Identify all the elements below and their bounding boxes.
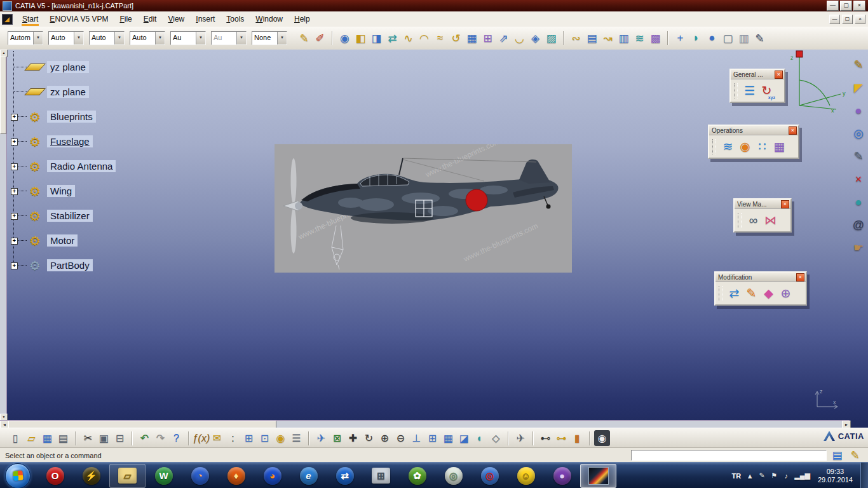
dropdown-arrow-icon[interactable]: ▼ (196, 32, 205, 44)
compass-handle[interactable] (796, 51, 803, 57)
mdi-minimize-button[interactable]: — (829, 15, 840, 24)
scrollbar-thumb[interactable] (8, 421, 276, 428)
delete-icon[interactable]: × (851, 172, 866, 187)
close-icon[interactable]: × (781, 200, 789, 208)
glasses-icon[interactable]: ∞ (745, 212, 762, 229)
close-icon[interactable]: × (775, 71, 783, 79)
tree-item-label[interactable]: PartBody (47, 259, 93, 271)
style-pen-icon[interactable]: ✎ (296, 30, 312, 46)
scrollbar-thumb[interactable] (0, 57, 6, 134)
start-button[interactable] (5, 463, 31, 488)
clock[interactable]: 09:33 29.07.2014 (815, 468, 855, 484)
show-desktop-button[interactable] (860, 463, 868, 488)
design-table-icon[interactable]: ⊞ (241, 430, 257, 446)
combo-auto-5[interactable]: Au▼ (170, 31, 206, 45)
iso-plane-icon[interactable]: ✈ (513, 430, 529, 446)
expand-toggle[interactable]: + (11, 262, 18, 269)
palette-title-bar[interactable]: General ... × (731, 70, 784, 79)
menu-item-enovia-v5-vpm[interactable]: ENOVIA V5 VPM (44, 13, 114, 26)
sweep-surface-icon[interactable]: ∾ (568, 30, 584, 46)
arc-icon[interactable]: ◠ (416, 30, 432, 46)
flag-icon[interactable]: ⚑ (770, 471, 778, 481)
dropdown-arrow-icon[interactable]: ▼ (236, 32, 246, 44)
3d-compass[interactable]: z y x (780, 50, 850, 113)
wordpress-icon[interactable]: W (146, 464, 182, 488)
toolbar-grip[interactable] (719, 286, 722, 301)
powercopy-icon[interactable]: @ (851, 217, 866, 233)
healing-icon[interactable]: ◉ (736, 138, 754, 155)
combo-auto-4[interactable]: Auto▼ (130, 31, 165, 45)
pan-icon[interactable]: ✚ (345, 430, 361, 446)
multi-view-icon[interactable]: ⊞ (424, 430, 440, 446)
revolve-surface-icon[interactable]: ◉ (337, 30, 353, 46)
helix-icon[interactable]: ↺ (448, 30, 464, 46)
scroll-right-arrow[interactable]: ▶ (842, 421, 851, 428)
annotation-icon[interactable]: ✉ (209, 430, 225, 446)
dropdown-arrow-icon[interactable]: ▼ (277, 32, 287, 44)
named-views-icon[interactable]: ⋈ (762, 212, 779, 229)
formula-icon[interactable]: ƒ(x) (193, 430, 209, 446)
normal-view-icon[interactable]: ⊥ (409, 430, 424, 446)
combo-auto-3[interactable]: Auto▼ (89, 31, 125, 45)
blend-curve-icon[interactable]: ◡ (512, 30, 527, 46)
ie-icon[interactable]: e (290, 464, 327, 488)
close-icon[interactable]: × (789, 126, 797, 135)
combo-auto-1[interactable]: Autom▼ (8, 31, 43, 45)
tree-item-label[interactable]: zx plane (47, 86, 89, 98)
network-icon[interactable]: ▂▄▆ (794, 471, 810, 481)
close-button[interactable]: × (853, 1, 865, 11)
save-icon[interactable]: ▦ (39, 430, 55, 446)
curve-icon[interactable]: ∿ (400, 30, 416, 46)
cd-burner-icon[interactable]: ◎ (435, 464, 471, 488)
rotate-icon[interactable]: ↻ (361, 430, 377, 446)
toolbar-grip[interactable] (738, 213, 742, 228)
shade-patch-icon[interactable]: ▩ (648, 30, 663, 46)
extrude-surface-icon[interactable]: ◧ (353, 30, 369, 46)
mdi-close-button[interactable]: × (855, 15, 865, 24)
lock-icon[interactable]: ◉ (273, 430, 288, 446)
flash-icon[interactable]: ⚡ (73, 464, 109, 488)
new-document-icon[interactable]: ▯ (8, 430, 24, 446)
offset-surface-icon[interactable]: ◨ (369, 30, 384, 46)
tree-item-label[interactable]: Wing (47, 185, 75, 197)
sphere-purple-icon[interactable]: ● (851, 103, 866, 118)
tree-item-label[interactable]: Radio Antenna (47, 160, 116, 172)
dropdown-arrow-icon[interactable]: ▼ (74, 32, 83, 44)
circle-target-icon[interactable]: ◎ (851, 126, 866, 141)
open-icon[interactable]: ▱ (24, 430, 39, 446)
select-cursor-icon[interactable]: ◤ (851, 80, 866, 95)
dropdown-arrow-icon[interactable]: ▼ (114, 32, 124, 44)
media-app-icon[interactable]: ● (544, 464, 580, 488)
whats-this-icon[interactable]: ? (168, 430, 184, 446)
zoom-analysis-icon[interactable]: ⊕ (777, 285, 794, 302)
mdi-restore-button[interactable]: ▢ (842, 15, 853, 24)
volume-icon[interactable]: ♪ (782, 471, 790, 481)
palette-title-bar[interactable]: Operations × (709, 126, 798, 135)
freestyle-pen-icon[interactable]: ✎ (752, 30, 768, 46)
checklist-icon[interactable]: ☰ (288, 430, 304, 446)
explorer-icon[interactable]: ▱ (109, 464, 146, 488)
menu-item-window[interactable]: Window (250, 13, 288, 26)
power-input[interactable] (631, 450, 827, 461)
dropdown-arrow-icon[interactable]: ▼ (33, 32, 43, 44)
combo-auto-6[interactable]: Au▼ (211, 31, 247, 45)
close-icon[interactable]: × (796, 273, 804, 281)
doc-status-icon[interactable]: ▤ (829, 447, 845, 463)
language-indicator[interactable]: TR (732, 472, 742, 480)
quick-view-icon[interactable]: ▦ (440, 430, 456, 446)
net-surface-icon[interactable]: ▦ (464, 30, 480, 46)
extract-cube-icon[interactable]: ◆ (760, 285, 777, 302)
plane-patch-icon[interactable]: ▢ (720, 30, 736, 46)
wing-root[interactable] (351, 212, 433, 224)
net-cage-icon[interactable]: ▦ (771, 138, 788, 155)
cylinder-icon[interactable]: ▥ (736, 30, 752, 46)
dropdown-arrow-icon[interactable]: ▼ (155, 32, 165, 44)
rotate-view-icon[interactable]: ◪ (456, 430, 472, 446)
zoom-in-icon[interactable]: ⊕ (377, 430, 393, 446)
tree-item-label[interactable]: Stabilizer (47, 210, 93, 222)
expand-toggle[interactable]: + (11, 139, 18, 146)
edit-pencil-icon[interactable]: ✎ (743, 285, 760, 302)
tree-vertical-scrollbar[interactable]: ▲ ▼ (0, 50, 7, 420)
chevron-up-icon[interactable]: ▲ (746, 471, 754, 481)
redo-icon[interactable]: ↷ (153, 430, 168, 446)
